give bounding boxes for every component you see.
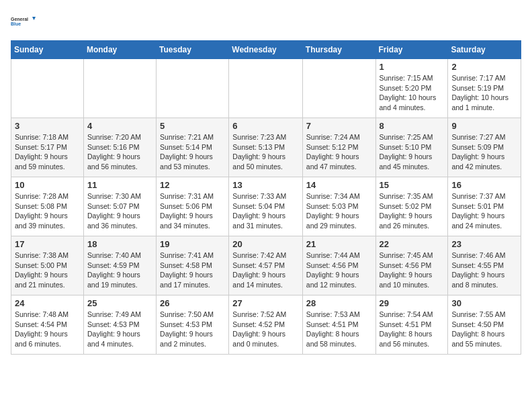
day-info: Sunrise: 7:30 AM Sunset: 5:07 PM Dayligh…: [87, 191, 152, 231]
svg-text:General: General: [11, 17, 28, 21]
weekday-header-wednesday: Wednesday: [229, 41, 303, 59]
calendar-table: SundayMondayTuesdayWednesdayThursdayFrid…: [11, 40, 521, 355]
day-number: 8: [380, 121, 445, 131]
day-info: Sunrise: 7:46 AM Sunset: 4:55 PM Dayligh…: [451, 250, 517, 290]
day-number: 30: [451, 298, 517, 308]
day-number: 18: [87, 239, 152, 249]
day-info: Sunrise: 7:23 AM Sunset: 5:13 PM Dayligh…: [232, 132, 299, 172]
day-number: 25: [87, 298, 152, 308]
calendar-week-3: 10Sunrise: 7:28 AM Sunset: 5:08 PM Dayli…: [11, 177, 521, 236]
weekday-header-sunday: Sunday: [11, 41, 84, 59]
day-info: Sunrise: 7:53 AM Sunset: 4:51 PM Dayligh…: [306, 310, 372, 349]
calendar-cell: 20Sunrise: 7:42 AM Sunset: 4:57 PM Dayli…: [229, 236, 303, 295]
calendar-cell: 10Sunrise: 7:28 AM Sunset: 5:08 PM Dayli…: [11, 177, 84, 236]
calendar-cell: 24Sunrise: 7:48 AM Sunset: 4:54 PM Dayli…: [11, 295, 84, 355]
day-number: 12: [160, 180, 225, 190]
calendar-cell: 2Sunrise: 7:17 AM Sunset: 5:19 PM Daylig…: [448, 59, 521, 118]
calendar-cell: 17Sunrise: 7:38 AM Sunset: 5:00 PM Dayli…: [11, 236, 84, 295]
weekday-header-monday: Monday: [83, 41, 156, 59]
calendar-cell: [302, 59, 375, 118]
calendar-week-5: 24Sunrise: 7:48 AM Sunset: 4:54 PM Dayli…: [11, 295, 521, 355]
calendar-cell: 27Sunrise: 7:52 AM Sunset: 4:52 PM Dayli…: [229, 295, 303, 355]
day-number: 16: [451, 180, 517, 190]
day-number: 15: [380, 180, 445, 190]
day-number: 21: [306, 239, 372, 249]
calendar-week-2: 3Sunrise: 7:18 AM Sunset: 5:17 PM Daylig…: [11, 118, 521, 177]
calendar-cell: 22Sunrise: 7:45 AM Sunset: 4:56 PM Dayli…: [375, 236, 448, 295]
day-info: Sunrise: 7:54 AM Sunset: 4:51 PM Dayligh…: [380, 310, 445, 349]
calendar-cell: 23Sunrise: 7:46 AM Sunset: 4:55 PM Dayli…: [448, 236, 521, 295]
calendar-cell: 8Sunrise: 7:25 AM Sunset: 5:10 PM Daylig…: [375, 118, 448, 177]
day-number: 27: [232, 298, 299, 308]
calendar-cell: 25Sunrise: 7:49 AM Sunset: 4:53 PM Dayli…: [83, 295, 156, 355]
calendar-cell: 29Sunrise: 7:54 AM Sunset: 4:51 PM Dayli…: [375, 295, 448, 355]
day-number: 6: [232, 121, 299, 131]
calendar-cell: 9Sunrise: 7:27 AM Sunset: 5:09 PM Daylig…: [448, 118, 521, 177]
weekday-header-friday: Friday: [375, 41, 448, 59]
day-info: Sunrise: 7:50 AM Sunset: 4:53 PM Dayligh…: [160, 310, 225, 349]
day-info: Sunrise: 7:27 AM Sunset: 5:09 PM Dayligh…: [451, 132, 517, 172]
day-number: 2: [451, 62, 517, 72]
day-number: 28: [306, 298, 372, 308]
day-info: Sunrise: 7:52 AM Sunset: 4:52 PM Dayligh…: [232, 310, 299, 349]
day-info: Sunrise: 7:44 AM Sunset: 4:56 PM Dayligh…: [306, 250, 372, 290]
day-info: Sunrise: 7:42 AM Sunset: 4:57 PM Dayligh…: [232, 250, 299, 290]
svg-text:Blue: Blue: [11, 21, 21, 26]
calendar-cell: [157, 59, 229, 118]
calendar-cell: [83, 59, 156, 118]
calendar-cell: 28Sunrise: 7:53 AM Sunset: 4:51 PM Dayli…: [302, 295, 375, 355]
day-number: 22: [380, 239, 445, 249]
calendar-cell: 26Sunrise: 7:50 AM Sunset: 4:53 PM Dayli…: [157, 295, 229, 355]
day-info: Sunrise: 7:40 AM Sunset: 4:59 PM Dayligh…: [87, 250, 152, 290]
day-info: Sunrise: 7:41 AM Sunset: 4:58 PM Dayligh…: [160, 250, 225, 290]
calendar-cell: 1Sunrise: 7:15 AM Sunset: 5:20 PM Daylig…: [375, 59, 448, 118]
day-number: 5: [160, 121, 225, 131]
day-number: 23: [451, 239, 517, 249]
day-number: 13: [232, 180, 299, 190]
day-info: Sunrise: 7:49 AM Sunset: 4:53 PM Dayligh…: [87, 310, 152, 349]
weekday-header-row: SundayMondayTuesdayWednesdayThursdayFrid…: [11, 41, 521, 59]
day-info: Sunrise: 7:34 AM Sunset: 5:03 PM Dayligh…: [306, 191, 372, 231]
day-number: 14: [306, 180, 372, 190]
day-number: 4: [87, 121, 152, 131]
day-number: 7: [306, 121, 372, 131]
calendar-cell: [229, 59, 303, 118]
calendar-cell: 3Sunrise: 7:18 AM Sunset: 5:17 PM Daylig…: [11, 118, 84, 177]
calendar-cell: 19Sunrise: 7:41 AM Sunset: 4:58 PM Dayli…: [157, 236, 229, 295]
logo: General Blue: [11, 11, 38, 32]
day-number: 9: [451, 121, 517, 131]
day-number: 24: [15, 298, 80, 308]
day-number: 17: [15, 239, 80, 249]
day-info: Sunrise: 7:48 AM Sunset: 4:54 PM Dayligh…: [15, 310, 80, 349]
day-number: 26: [160, 298, 225, 308]
calendar-cell: 7Sunrise: 7:24 AM Sunset: 5:12 PM Daylig…: [302, 118, 375, 177]
day-info: Sunrise: 7:35 AM Sunset: 5:02 PM Dayligh…: [380, 191, 445, 231]
day-number: 10: [15, 180, 80, 190]
day-info: Sunrise: 7:15 AM Sunset: 5:20 PM Dayligh…: [380, 73, 445, 113]
day-info: Sunrise: 7:38 AM Sunset: 5:00 PM Dayligh…: [15, 250, 80, 290]
calendar-cell: 15Sunrise: 7:35 AM Sunset: 5:02 PM Dayli…: [375, 177, 448, 236]
day-info: Sunrise: 7:31 AM Sunset: 5:06 PM Dayligh…: [160, 191, 225, 231]
day-info: Sunrise: 7:28 AM Sunset: 5:08 PM Dayligh…: [15, 191, 80, 231]
day-number: 3: [15, 121, 80, 131]
day-number: 19: [160, 239, 225, 249]
day-number: 20: [232, 239, 299, 249]
calendar-week-4: 17Sunrise: 7:38 AM Sunset: 5:00 PM Dayli…: [11, 236, 521, 295]
calendar-cell: 12Sunrise: 7:31 AM Sunset: 5:06 PM Dayli…: [157, 177, 229, 236]
day-number: 1: [380, 62, 445, 72]
calendar-cell: 11Sunrise: 7:30 AM Sunset: 5:07 PM Dayli…: [83, 177, 156, 236]
calendar-cell: 30Sunrise: 7:55 AM Sunset: 4:50 PM Dayli…: [448, 295, 521, 355]
day-info: Sunrise: 7:33 AM Sunset: 5:04 PM Dayligh…: [232, 191, 299, 231]
day-info: Sunrise: 7:18 AM Sunset: 5:17 PM Dayligh…: [15, 132, 80, 172]
calendar-cell: [11, 59, 84, 118]
svg-marker-2: [32, 17, 36, 20]
calendar-cell: 4Sunrise: 7:20 AM Sunset: 5:16 PM Daylig…: [83, 118, 156, 177]
calendar-cell: 16Sunrise: 7:37 AM Sunset: 5:01 PM Dayli…: [448, 177, 521, 236]
day-info: Sunrise: 7:24 AM Sunset: 5:12 PM Dayligh…: [306, 132, 372, 172]
calendar-week-1: 1Sunrise: 7:15 AM Sunset: 5:20 PM Daylig…: [11, 59, 521, 118]
logo-svg: General Blue: [11, 11, 38, 32]
day-info: Sunrise: 7:45 AM Sunset: 4:56 PM Dayligh…: [380, 250, 445, 290]
calendar-cell: 5Sunrise: 7:21 AM Sunset: 5:14 PM Daylig…: [157, 118, 229, 177]
day-info: Sunrise: 7:25 AM Sunset: 5:10 PM Dayligh…: [380, 132, 445, 172]
page-header: General Blue: [11, 11, 521, 32]
